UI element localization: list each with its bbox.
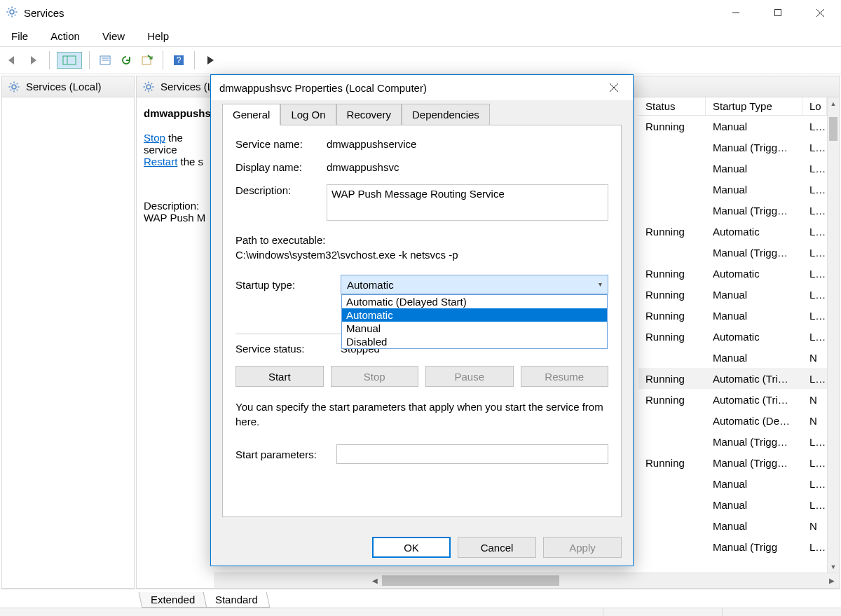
- resume-button[interactable]: Resume: [521, 366, 609, 387]
- scroll-thumb[interactable]: [829, 117, 837, 141]
- svg-point-13: [12, 85, 16, 89]
- col-status[interactable]: Status: [638, 97, 706, 115]
- startup-option[interactable]: Automatic (Delayed Start): [342, 295, 607, 308]
- table-row[interactable]: Manual (Trigg…Lo: [638, 431, 827, 452]
- table-row[interactable]: RunningManualLo: [638, 305, 827, 326]
- tab-extended[interactable]: Extended: [139, 592, 207, 608]
- table-row[interactable]: RunningAutomaticLo: [638, 221, 827, 242]
- vertical-scrollbar[interactable]: ▲ ▼: [827, 97, 839, 573]
- restart-suffix: the s: [177, 156, 203, 167]
- tree-root-item[interactable]: Services (Local): [2, 76, 134, 97]
- show-hide-tree-button[interactable]: [57, 52, 82, 69]
- cell-logon: Lo: [802, 541, 827, 553]
- path-value: C:\windows\system32\svchost.exe -k netsv…: [235, 249, 608, 261]
- menu-file[interactable]: File: [7, 27, 32, 45]
- col-startup[interactable]: Startup Type: [706, 97, 802, 115]
- table-row[interactable]: Manual (Trigg…Lo: [638, 137, 827, 158]
- cell-startup: Automatic (Tri…: [706, 394, 802, 406]
- table-row[interactable]: ManualN: [638, 515, 827, 536]
- col-logon[interactable]: Lo: [802, 97, 827, 115]
- description-textarea[interactable]: WAP Push Message Routing Service: [327, 184, 608, 221]
- startup-type-dropdown: Automatic (Delayed Start)AutomaticManual…: [341, 294, 608, 349]
- export-button[interactable]: [139, 52, 156, 69]
- apply-button[interactable]: Apply: [543, 537, 622, 558]
- table-row[interactable]: RunningAutomaticLo: [638, 326, 827, 347]
- table-row[interactable]: RunningAutomatic (Tri…N: [638, 389, 827, 410]
- tab-logon[interactable]: Log On: [280, 104, 336, 125]
- cell-startup: Automatic: [706, 226, 802, 238]
- service-name-label: Service name:: [235, 138, 327, 150]
- ok-button[interactable]: OK: [372, 537, 451, 558]
- toolbar-divider: [49, 51, 50, 69]
- description-label: Description:: [235, 184, 327, 196]
- scroll-right-icon[interactable]: ▶: [825, 573, 839, 588]
- start-service-button[interactable]: [202, 52, 219, 69]
- close-button[interactable]: [799, 0, 841, 25]
- table-row[interactable]: RunningAutomaticLo: [638, 263, 827, 284]
- table-row[interactable]: Automatic (De…N: [638, 410, 827, 431]
- toolbar: ?: [0, 46, 841, 74]
- forward-button[interactable]: [25, 52, 42, 69]
- tab-standard[interactable]: Standard: [203, 592, 271, 608]
- hscroll-thumb[interactable]: [382, 575, 559, 586]
- tab-dependencies[interactable]: Dependencies: [402, 104, 490, 125]
- startup-option[interactable]: Disabled: [342, 335, 607, 348]
- table-row[interactable]: ManualLo: [638, 158, 827, 179]
- cell-status: Running: [638, 310, 706, 322]
- table-row[interactable]: Manual (Trigg…Lo: [638, 242, 827, 263]
- scroll-up-icon[interactable]: ▲: [828, 97, 839, 109]
- dialog-close-button[interactable]: [603, 77, 624, 98]
- table-row[interactable]: RunningManualLo: [638, 116, 827, 137]
- table-row[interactable]: ManualN: [638, 347, 827, 368]
- table-row[interactable]: ManualLo: [638, 179, 827, 200]
- cell-logon: Lo: [802, 436, 827, 448]
- cell-startup: Manual: [706, 163, 802, 174]
- cancel-button[interactable]: Cancel: [458, 537, 536, 558]
- table-row[interactable]: RunningAutomatic (Tri…Lo: [638, 368, 827, 389]
- table-row[interactable]: RunningManualLo: [638, 284, 827, 305]
- refresh-button[interactable]: [118, 52, 135, 69]
- maximize-button[interactable]: [757, 0, 799, 25]
- table-row[interactable]: ManualLo: [638, 473, 827, 494]
- display-name-label: Display name:: [235, 161, 327, 173]
- scroll-left-icon[interactable]: ◀: [368, 573, 382, 588]
- table-row[interactable]: Manual (Trigg…Lo: [638, 200, 827, 221]
- menu-view[interactable]: View: [98, 27, 129, 45]
- stop-button[interactable]: Stop: [331, 366, 419, 387]
- table-row[interactable]: ManualLo: [638, 494, 827, 515]
- menu-help[interactable]: Help: [143, 27, 173, 45]
- services-icon: [6, 6, 18, 20]
- cell-status: Running: [638, 121, 706, 132]
- startup-type-combobox[interactable]: Automatic ▾ Automatic (Delayed Start)Aut…: [341, 275, 608, 294]
- properties-button[interactable]: [97, 52, 114, 69]
- back-button[interactable]: [4, 52, 21, 69]
- service-name-value: dmwappushservice: [327, 138, 608, 150]
- tab-general[interactable]: General: [222, 104, 280, 125]
- menu-action[interactable]: Action: [46, 27, 84, 45]
- window-title: Services: [22, 7, 715, 19]
- help-button[interactable]: ?: [170, 52, 187, 69]
- start-params-label: Start parameters:: [235, 449, 317, 460]
- startup-option[interactable]: Automatic: [342, 308, 607, 322]
- scroll-down-icon[interactable]: ▼: [828, 561, 839, 573]
- cell-startup: Manual (Trigg…: [706, 142, 802, 153]
- startup-option[interactable]: Manual: [342, 322, 607, 335]
- table-row[interactable]: Manual (TriggLo: [638, 536, 827, 557]
- stop-service-link[interactable]: Stop: [144, 132, 165, 144]
- cell-logon: Lo: [802, 478, 827, 490]
- cell-status: Running: [638, 226, 706, 238]
- svg-rect-10: [142, 57, 151, 64]
- svg-point-0: [10, 10, 14, 14]
- cell-logon: Lo: [802, 121, 827, 132]
- table-row[interactable]: RunningManual (Trigg…Lo: [638, 452, 827, 473]
- tab-recovery[interactable]: Recovery: [336, 104, 402, 125]
- cell-logon: Lo: [802, 373, 827, 385]
- restart-service-link[interactable]: Restart: [144, 156, 177, 167]
- tree-root-label: Services (Local): [26, 81, 102, 93]
- cell-startup: Manual (Trigg…: [706, 247, 802, 259]
- minimize-button[interactable]: [715, 0, 757, 25]
- start-params-input[interactable]: [336, 444, 608, 464]
- start-button[interactable]: Start: [235, 366, 324, 387]
- horizontal-scrollbar[interactable]: ◀ ▶: [214, 573, 839, 588]
- pause-button[interactable]: Pause: [425, 366, 514, 387]
